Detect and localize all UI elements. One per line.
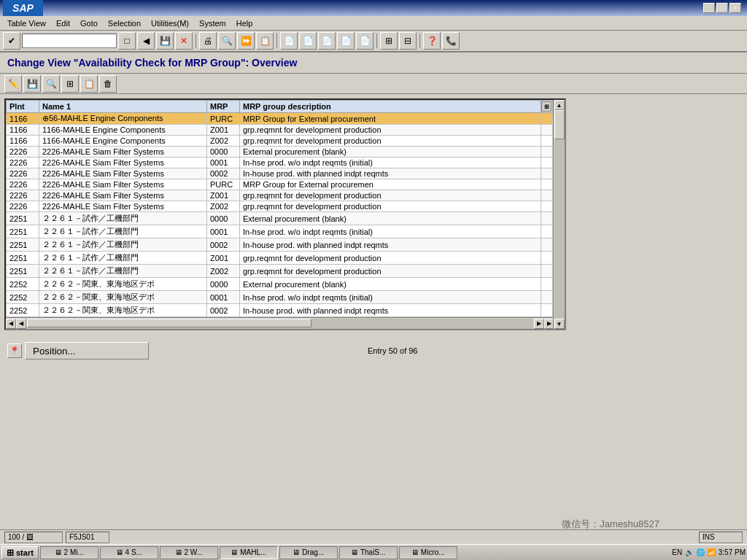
cell-1: 2226-MAHLE Siam Filter Systems bbox=[39, 147, 207, 158]
scroll-right-next[interactable]: ▶ bbox=[534, 319, 544, 329]
close-button[interactable]: × bbox=[729, 3, 741, 13]
position-button[interactable]: Position... bbox=[25, 342, 149, 359]
table-row[interactable]: 1166⊕56-MAHLE Engine ComponentsPURCMRP G… bbox=[7, 113, 553, 125]
input-confirm[interactable]: □ bbox=[118, 32, 136, 50]
start-button[interactable]: ⊞ start bbox=[1, 546, 39, 559]
table-row[interactable]: 2251２２６１－試作／工機部門Z002grp.reqmnt for devel… bbox=[7, 265, 553, 278]
find-button[interactable]: 🔍 bbox=[218, 32, 236, 50]
taskbar-item-2[interactable]: 🖥 2 W... bbox=[160, 546, 218, 559]
cell-extra bbox=[541, 113, 553, 125]
scroll-down-button[interactable]: ▼ bbox=[554, 319, 565, 329]
cell-2: PURC bbox=[207, 179, 240, 190]
cell-1: ２２６１－試作／工機部門 bbox=[39, 265, 207, 278]
scroll-right-prev[interactable]: ◀ bbox=[16, 319, 26, 329]
status-field-2: F5JS01 bbox=[66, 532, 109, 543]
cell-1: ２２６２－関東、東海地区デポ bbox=[39, 278, 207, 291]
cell-2: PURC bbox=[207, 113, 240, 125]
sap-logo: SAP bbox=[3, 0, 43, 16]
table-row[interactable]: 11661166-MAHLE Engine ComponentsZ001grp.… bbox=[7, 125, 553, 136]
menu-utilities[interactable]: Utilities(M) bbox=[147, 18, 193, 29]
horizontal-scrollbar[interactable]: ◀ ◀ ▶ ▶ bbox=[6, 317, 553, 329]
back-button[interactable]: ✔ bbox=[3, 32, 20, 50]
filter-icon[interactable]: ⊞ bbox=[61, 75, 79, 93]
menu-table-view[interactable]: Table View bbox=[3, 18, 50, 29]
taskbar: ⊞ start 🖥 2 Mi... 🖥 4 S... 🖥 2 W... 🖥 MA… bbox=[0, 544, 747, 560]
cell-0: 2226 bbox=[7, 179, 39, 190]
find-next[interactable]: ⏩ bbox=[237, 32, 255, 50]
table-row[interactable]: 22262226-MAHLE Siam Filter Systems0000Ex… bbox=[7, 147, 553, 158]
taskbar-item-3[interactable]: 🖥 MAHL... bbox=[220, 546, 278, 559]
page-title: Change View "Availability Check for MRP … bbox=[0, 52, 747, 74]
taskbar-item-6[interactable]: 🖥 Micro... bbox=[399, 546, 457, 559]
scroll-left-button[interactable]: ◀ bbox=[6, 319, 16, 329]
table-row[interactable]: 2251２２６１－試作／工機部門0000External procurement… bbox=[7, 212, 553, 225]
copy-icon[interactable]: 📋 bbox=[80, 75, 98, 93]
taskbar-item-4[interactable]: 🖥 Drag... bbox=[279, 546, 338, 559]
cell-extra bbox=[541, 291, 553, 304]
v-scroll-track[interactable] bbox=[554, 110, 565, 319]
table-row[interactable]: 22262226-MAHLE Siam Filter SystemsPURCMR… bbox=[7, 179, 553, 190]
cell-0: 2251 bbox=[7, 225, 39, 238]
menu-system[interactable]: System bbox=[195, 18, 231, 29]
cell-extra bbox=[541, 190, 553, 201]
v-scroll-thumb[interactable] bbox=[554, 110, 565, 139]
table-row[interactable]: 22262226-MAHLE Siam Filter SystemsZ002gr… bbox=[7, 201, 553, 212]
btn-a[interactable]: 📋 bbox=[256, 32, 274, 50]
h-scroll-track[interactable] bbox=[27, 319, 533, 329]
table-row[interactable]: 2251２２６１－試作／工機部門0001In-hse prod. w/o ind… bbox=[7, 225, 553, 238]
minimize-button[interactable]: _ bbox=[703, 3, 715, 13]
btn-j[interactable]: 📞 bbox=[442, 32, 460, 50]
btn-e[interactable]: 📄 bbox=[337, 32, 355, 50]
cell-2: Z002 bbox=[207, 265, 240, 278]
table-row[interactable]: 22262226-MAHLE Siam Filter Systems0001In… bbox=[7, 158, 553, 168]
btn-h[interactable]: ⊟ bbox=[399, 32, 417, 50]
taskbar-item-5[interactable]: 🖥 ThaiS... bbox=[339, 546, 398, 559]
command-input[interactable] bbox=[22, 34, 117, 48]
cell-1: ２２６１－試作／工機部門 bbox=[39, 212, 207, 225]
delete-icon[interactable]: 🗑 bbox=[99, 75, 117, 93]
cell-extra bbox=[541, 136, 553, 147]
taskbar-item-1[interactable]: 🖥 4 S... bbox=[100, 546, 158, 559]
scroll-up-button[interactable]: ▲ bbox=[554, 100, 565, 110]
btn-c[interactable]: 📄 bbox=[299, 32, 317, 50]
btn-d[interactable]: 📄 bbox=[318, 32, 336, 50]
btn-g[interactable]: ⊞ bbox=[380, 32, 398, 50]
save2-icon[interactable]: 💾 bbox=[23, 75, 41, 93]
title-bar-controls[interactable]: _ □ × bbox=[703, 3, 741, 13]
search-icon[interactable]: 🔍 bbox=[42, 75, 60, 93]
menu-selection[interactable]: Selection bbox=[104, 18, 145, 29]
save-toolbar-button[interactable]: 💾 bbox=[156, 32, 174, 50]
h-scroll-thumb[interactable] bbox=[27, 319, 311, 327]
table-row[interactable]: 22262226-MAHLE Siam Filter Systems0002In… bbox=[7, 168, 553, 179]
cell-2: 0001 bbox=[207, 291, 240, 304]
position-icon[interactable]: 📍 bbox=[7, 343, 22, 358]
edit-icon[interactable]: ✏️ bbox=[4, 75, 22, 93]
column-settings-icon[interactable]: ⊞ bbox=[541, 101, 551, 112]
cell-0: 2226 bbox=[7, 147, 39, 158]
print-button[interactable]: 🖨 bbox=[199, 32, 217, 50]
scroll-right-button[interactable]: ▶ bbox=[544, 319, 553, 329]
menu-goto[interactable]: Goto bbox=[76, 18, 102, 29]
vertical-scrollbar[interactable]: ▲ ▼ bbox=[553, 100, 565, 329]
table-row[interactable]: 2252２２６２－関東、東海地区デポ0002In-house prod. wit… bbox=[7, 304, 553, 317]
table-row[interactable]: 2251２２６１－試作／工機部門0002In-house prod. with … bbox=[7, 238, 553, 252]
menu-edit[interactable]: Edit bbox=[52, 18, 74, 29]
table-row[interactable]: 22262226-MAHLE Siam Filter SystemsZ001gr… bbox=[7, 190, 553, 201]
table-row[interactable]: 2252２２６２－関東、東海地区デポ0001In-hse prod. w/o i… bbox=[7, 291, 553, 304]
cell-extra bbox=[541, 252, 553, 265]
menu-bar: Table View Edit Goto Selection Utilities… bbox=[0, 16, 747, 31]
btn-b[interactable]: 📄 bbox=[280, 32, 298, 50]
maximize-button[interactable]: □ bbox=[716, 3, 728, 13]
table-row[interactable]: 2252２２６２－関東、東海地区デポ0000External procureme… bbox=[7, 278, 553, 291]
btn-i[interactable]: ❓ bbox=[423, 32, 441, 50]
cell-0: 2226 bbox=[7, 201, 39, 212]
menu-help[interactable]: Help bbox=[232, 18, 258, 29]
table-row[interactable]: 11661166-MAHLE Engine ComponentsZ002grp.… bbox=[7, 136, 553, 147]
table-row[interactable]: 2251２２６１－試作／工機部門Z001grp.reqmnt for devel… bbox=[7, 252, 553, 265]
cell-0: 2252 bbox=[7, 304, 39, 317]
x-button[interactable]: ✕ bbox=[175, 32, 193, 50]
status-bar: 100 / 🖼 F5JS01 INS bbox=[0, 529, 747, 544]
taskbar-item-0[interactable]: 🖥 2 Mi... bbox=[40, 546, 98, 559]
btn-f[interactable]: 📄 bbox=[356, 32, 374, 50]
prev-button[interactable]: ◀ bbox=[137, 32, 155, 50]
